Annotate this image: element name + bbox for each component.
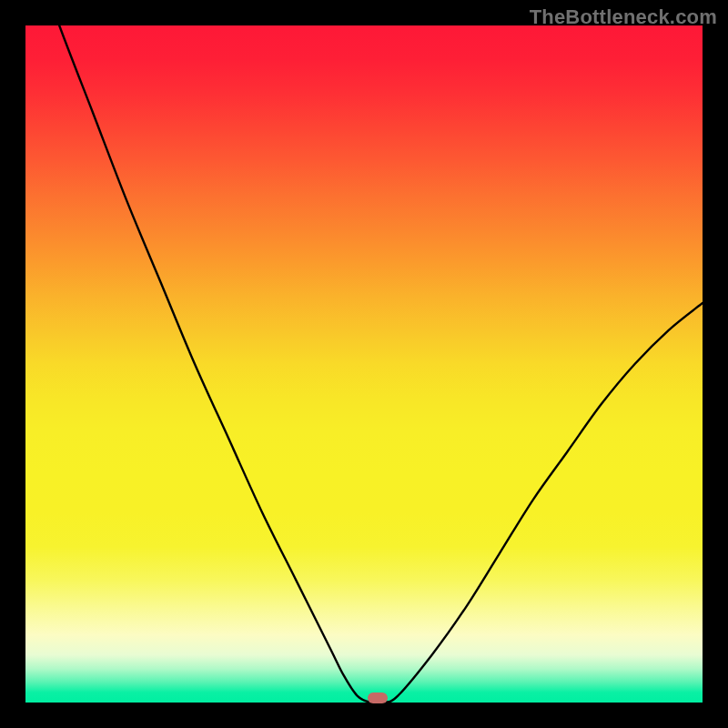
curve-path — [25, 25, 703, 703]
optimum-marker — [368, 693, 388, 703]
chart-frame: TheBottleneck.com — [0, 0, 728, 728]
watermark-text: TheBottleneck.com — [530, 5, 717, 29]
bottleneck-curve — [25, 25, 703, 703]
plot-area — [25, 25, 703, 703]
